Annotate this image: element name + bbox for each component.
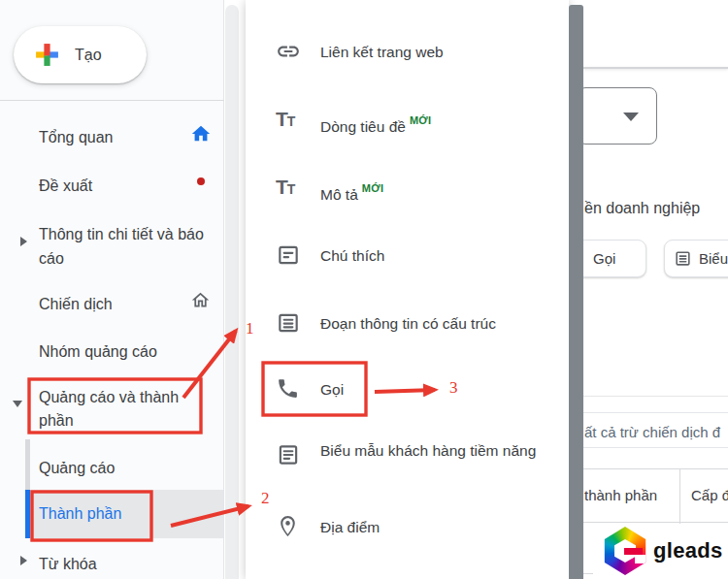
chip-label: Biểu bbox=[699, 250, 728, 267]
phone-icon bbox=[276, 376, 301, 402]
column-header-cap[interactable]: Cấp đ bbox=[691, 487, 728, 503]
sidebar-scrollbar[interactable] bbox=[225, 5, 239, 579]
divider bbox=[583, 447, 728, 448]
gleads-hexagon-logo-icon bbox=[603, 527, 647, 575]
create-button[interactable]: Tạo bbox=[14, 26, 147, 83]
menu-item-label: Biểu mẫu khách hàng tiềm năng bbox=[320, 439, 597, 463]
divider bbox=[583, 412, 728, 413]
screenshot-root: Tạo Tổng quan Đề xuất Thông tin chi tiết… bbox=[0, 0, 728, 579]
dropdown-arrow-icon bbox=[623, 113, 639, 121]
sidebar-item-nhom-quang-cao[interactable]: Nhóm quảng cáo bbox=[0, 340, 223, 363]
gleads-watermark: gleads bbox=[593, 524, 728, 578]
sidebar-item-thong-tin-chi-tiet[interactable]: Thông tin chi tiết và báo cáo bbox=[0, 222, 215, 271]
header-divider bbox=[583, 67, 728, 69]
table-border bbox=[583, 522, 728, 523]
sidebar-item-label: Chiến dịch bbox=[39, 296, 113, 312]
red-notification-dot bbox=[197, 177, 205, 185]
menu-item-label: Chú thích bbox=[320, 244, 597, 268]
page-scrollbar[interactable] bbox=[569, 5, 583, 579]
sidebar-item-label: Quảng cáo và thành phần bbox=[39, 386, 194, 433]
location-pin-icon bbox=[276, 514, 301, 539]
sidebar-item-label: Thành phần bbox=[39, 505, 121, 522]
main-content: ền doanh nghiệp Gọi Biểu ất cả trừ chiến… bbox=[583, 0, 728, 579]
sidebar-item-label: Nhóm quảng cáo bbox=[39, 343, 157, 360]
menu-item-label: Gọi bbox=[320, 378, 597, 402]
sidebar-item-quang-cao[interactable]: Quảng cáo bbox=[0, 457, 223, 479]
menu-item-label: Địa điểm bbox=[320, 516, 597, 539]
form-icon bbox=[276, 442, 301, 467]
sidebar-item-label: Từ khóa bbox=[39, 556, 97, 572]
business-name-text: ền doanh nghiệp bbox=[584, 200, 700, 217]
divider bbox=[583, 396, 728, 397]
menu-item-label: Dòng tiêu đề bbox=[320, 118, 406, 135]
form-icon bbox=[674, 249, 692, 268]
filter-text[interactable]: ất cả trừ chiến dịch đ bbox=[584, 424, 720, 440]
gleads-brand-text: gleads bbox=[653, 538, 723, 563]
sidebar-item-label: Thông tin chi tiết và báo cáo bbox=[39, 222, 214, 271]
sidebar-item-label: Đề xuất bbox=[39, 177, 92, 194]
sidebar-item-de-xuat[interactable]: Đề xuất bbox=[0, 175, 223, 197]
home-icon-blue bbox=[190, 123, 212, 145]
sidebar-item-label: Quảng cáo bbox=[39, 460, 115, 476]
sidebar-item-thanh-phan[interactable]: Thành phần bbox=[0, 502, 223, 525]
home-icon-gray bbox=[190, 290, 211, 310]
asset-type-menu: Liên kết trang web TT Dòng tiêu đềMỚI TT… bbox=[246, 0, 569, 579]
column-header-thanh-phan[interactable]: thành phần bbox=[584, 487, 657, 503]
menu-item-label: Đoạn thông tin có cấu trúc bbox=[320, 312, 597, 336]
sidebar-divider bbox=[0, 100, 224, 101]
new-badge: MỚI bbox=[362, 182, 384, 194]
create-button-label: Tạo bbox=[75, 47, 102, 64]
new-badge: MỚI bbox=[410, 114, 432, 126]
link-icon bbox=[276, 39, 301, 64]
sidebar-item-tu-khoa[interactable]: Từ khóa bbox=[0, 553, 223, 575]
text-format-icon: TT bbox=[276, 175, 301, 200]
menu-item-label: Liên kết trang web bbox=[320, 41, 597, 64]
text-format-icon: TT bbox=[276, 107, 301, 132]
sidebar: Tạo Tổng quan Đề xuất Thông tin chi tiết… bbox=[0, 0, 224, 579]
sidebar-item-quang-cao-va-thanh-phan[interactable]: Quảng cáo và thành phần bbox=[0, 386, 223, 433]
menu-item-label: Mô tả bbox=[320, 186, 358, 203]
note-icon bbox=[276, 242, 301, 268]
chip-bieu-mau-button[interactable]: Biểu bbox=[664, 240, 728, 277]
table-border bbox=[583, 468, 728, 469]
sidebar-item-label: Tổng quan bbox=[39, 129, 114, 145]
google-plus-icon bbox=[34, 42, 60, 68]
snippet-icon bbox=[276, 310, 301, 336]
